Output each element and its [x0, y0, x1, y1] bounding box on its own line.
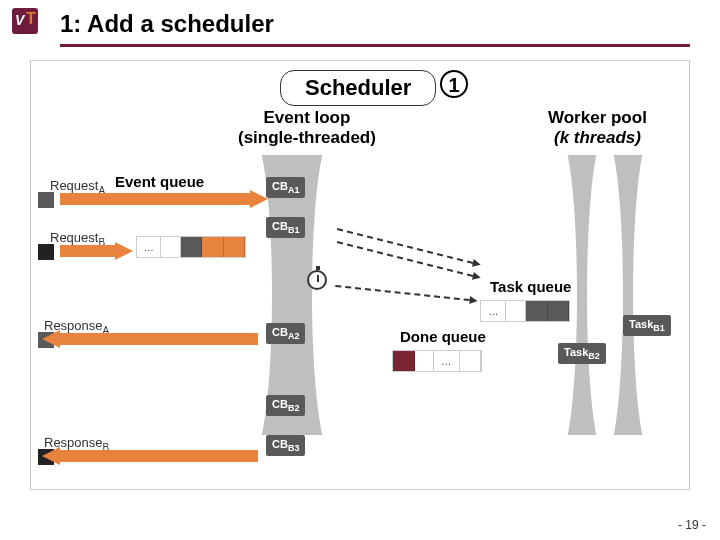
- response-arrow: [60, 333, 258, 345]
- event-queue-cell-orange: [202, 237, 223, 257]
- done-queue-cell: …: [434, 351, 459, 371]
- cb-b1-box: CBB1: [266, 217, 305, 238]
- stopwatch-icon: [307, 270, 327, 290]
- event-queue-cell: [181, 237, 202, 257]
- task-queue-label: Task queue: [490, 278, 571, 295]
- cb-b2-box: CBB2: [266, 395, 305, 416]
- event-loop-line1: Event loop: [264, 108, 351, 127]
- done-queue-cell: [415, 351, 435, 371]
- titlebar: [60, 44, 690, 47]
- worker-pool-line1: Worker pool: [548, 108, 647, 127]
- page-number: - 19 -: [678, 518, 706, 532]
- task-queue-cell: …: [481, 301, 506, 321]
- task-b1-box: TaskB1: [623, 315, 671, 336]
- logo: V T: [12, 8, 38, 34]
- step-1-badge: 1: [440, 70, 468, 98]
- event-queue-cell: [161, 237, 180, 257]
- logo-box: V T: [12, 8, 38, 34]
- client-cube-a: [38, 192, 54, 208]
- done-queue-label: Done queue: [400, 328, 486, 345]
- slide-title: 1: Add a scheduler: [60, 10, 274, 38]
- event-loop-label: Event loop (single-threaded): [238, 108, 376, 148]
- event-queue-cell: …: [137, 237, 161, 257]
- client-cube-b: [38, 244, 54, 260]
- done-queue: …: [392, 350, 482, 372]
- event-queue-cell-orange: [224, 237, 245, 257]
- request-arrow: [60, 193, 250, 205]
- cb-b3-box: CBB3: [266, 435, 305, 456]
- cb-a2-box: CBA2: [266, 323, 305, 344]
- worker-pool-line2: (k threads): [554, 128, 641, 147]
- task-queue-cell: [526, 301, 548, 321]
- task-b2-box: TaskB2: [558, 343, 606, 364]
- worker-pool-label: Worker pool (k threads): [548, 108, 647, 148]
- event-queue: …: [136, 236, 246, 258]
- logo-v: V: [15, 12, 23, 28]
- task-queue-cell: [548, 301, 570, 321]
- event-queue-label: Event queue: [115, 173, 204, 190]
- worker-pool-shape: [555, 155, 655, 435]
- logo-t: T: [26, 10, 36, 28]
- task-queue: …: [480, 300, 570, 322]
- cb-a1-box: CBA1: [266, 177, 305, 198]
- response-arrow: [60, 450, 258, 462]
- event-loop-line2: (single-threaded): [238, 128, 376, 147]
- worker-pool-inner-curve: [587, 155, 623, 435]
- done-queue-cell: [460, 351, 482, 371]
- done-queue-cell: [393, 351, 415, 371]
- scheduler-label: Scheduler: [280, 70, 436, 106]
- task-queue-cell: [506, 301, 526, 321]
- request-arrow: [60, 245, 115, 257]
